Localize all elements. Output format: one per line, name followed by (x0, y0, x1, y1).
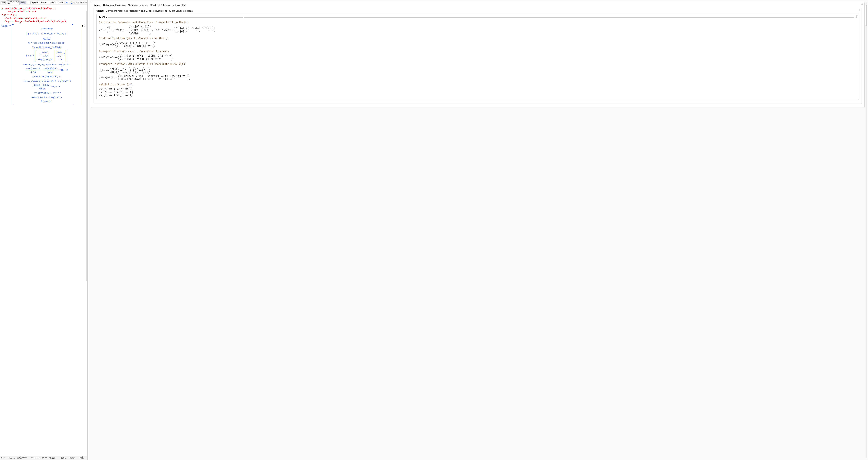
worksheet-scrollbar[interactable] (86, 10, 87, 281)
mode-nonexec-button[interactable]: Nonexecutable Math (6, 0, 20, 5)
inner-cell-2: ⊕ TextSize ⊞ Coordinates, Mappings, and … (96, 13, 859, 100)
section-transport: Transport_Equations_On_Surface Ẋ σ + Γ σ… (13, 63, 80, 66)
coords-eq: qᵅ = [ θ φ ], q̇ᵅ = [ θ,ₜ φ,ₜ ], q̈ᵅ = [… (27, 32, 67, 36)
equation-tag: (1) (81, 24, 86, 27)
collapse-toolbar-button[interactable]: ≪ (85, 2, 87, 4)
status-server: Server: 6 (42, 456, 48, 460)
cell-collapse-icon[interactable]: ⊕ (859, 9, 860, 11)
align-left-button[interactable]: ≡ (73, 1, 75, 4)
format-toolbar: Text Nonexecutable Math Math 2D Input PT… (0, 0, 88, 5)
hdr-substitution: Transport Equations With Substitution Co… (99, 62, 857, 66)
coords-line: qᵅ == θφ , Φⁱ(qᵅ) == Cos[θ] Sin[φ]Sin[θ]… (99, 25, 857, 35)
section-geodesic: Geodesic_Equations_On_Surface q̈ σ + Γ σ… (13, 80, 80, 83)
font-size-select[interactable]: 12 (58, 1, 64, 4)
bold-button[interactable]: B (66, 1, 68, 4)
tab-graphical[interactable]: Graphical Solutions (150, 4, 170, 6)
hdr-geodesic: Geodesic Equations (w.r.t. Connection As… (99, 36, 857, 40)
hdr-coords: Coordinates, Mappings, and Connection (Γ… (99, 20, 857, 24)
hdr-transport: Transport Equations (w.r.t. Connection A… (99, 50, 857, 53)
section-surface: Surface (13, 38, 80, 40)
transport-line: V̇ᶜ+ΓᶜᵦVᵇ=0 == V̇₁ + Cot[φ] φ̇ V₁ + Cot[… (99, 54, 857, 61)
tab-summary[interactable]: Summary Plots (172, 4, 187, 6)
section-rhs: RHS Matrix of Ẋ σ + Γ σ αβ q̇ Xᵝ = 0 (13, 96, 80, 99)
tab-exact[interactable]: Exact Solution (if exists) (169, 9, 193, 12)
maple-panel: Text Nonexecutable Math Math 2D Input PT… (0, 0, 88, 460)
transport-eq2: −cos(φ) sin(φ) (θ,ₜ) X1 + X2,ₜ = 0 (13, 75, 80, 78)
cell-collapse-icon[interactable]: ⊕ (861, 3, 863, 5)
outdent-button[interactable]: ⇤ (83, 1, 84, 4)
align-right-button[interactable]: ≡ (78, 1, 80, 4)
select-label-1: Select: (94, 4, 101, 6)
right-scrollbar[interactable] (866, 2, 867, 458)
inner-cell-1: ⊕ Select: Curves and Mappings Transport … (94, 8, 862, 104)
output-content: Coordinates qᵅ = [ θ φ ], q̇ᵅ = [ θ,ₜ φ,… (12, 24, 81, 105)
italic-button[interactable]: I (68, 1, 70, 4)
output-label: Output ≔ (1, 24, 11, 27)
rhs-peek: [ cos(φ) (φ ) (13, 99, 80, 103)
prompt-icon: > (1, 13, 3, 16)
status-path: /Users/ozbox (31, 457, 40, 459)
input-line-3[interactable]: φⁱ ≔ [cos(θ)·sin(φ), sin(θ)·sin(φ), cos(… (4, 17, 46, 20)
input-line-1[interactable]: restart : with( tensor ) : with( tensorA… (4, 7, 55, 10)
align-center-button[interactable]: ≡ (75, 1, 77, 4)
hdr-ic: Initial Conditions (IC): (99, 83, 857, 87)
tab-curves[interactable]: Curves and Mappings (106, 9, 128, 12)
cell-collapse-icon[interactable]: ⊕ (856, 15, 858, 17)
font-select[interactable]: PT Sans Caption (39, 1, 57, 4)
mode-math-button[interactable]: Math (20, 1, 26, 4)
status-memory: Memory: 76.18M (49, 456, 59, 460)
sub-line-1: q(t) == θ[t]φ[t] == tt/2 , θ̇φ̇ == 11/2 (99, 67, 857, 74)
prompt-icon: > (1, 7, 3, 10)
select-label-2: Select: (96, 9, 104, 12)
worksheet-area[interactable]: > restart : with( tensor ) : with( tenso… (0, 5, 88, 456)
status-profile: Maple Default Profile (17, 456, 30, 460)
mathematica-panel: ⊕ Select: Setup And Equations Numerical … (88, 0, 868, 460)
indent-button[interactable]: ⇥ (80, 1, 82, 4)
status-ready: Ready (1, 457, 5, 459)
section-christoffel: ChristoffelSymbols_LeviCivita (13, 46, 80, 49)
status-mode: Math Mode (80, 456, 87, 460)
underline-button[interactable]: U (71, 1, 72, 4)
textsize-label: TextSize (99, 16, 107, 19)
mode-text-button[interactable]: Text (1, 1, 5, 4)
status-editable: ✓ Editable (9, 456, 16, 460)
tab-setup[interactable]: Setup And Equations (103, 4, 126, 6)
surface-eq: Φⁱ = [ cos(θ) sin(φ) sin(θ) sin(φ) cos(φ… (13, 41, 80, 45)
sub-line-2: V̇ᶜ+ΓᶜᵦVᵇ=0 == ½ Cot[t/2] V₁[t] + Cot[t/… (99, 74, 857, 81)
geodesic-eq1: 2 cos(φ) (φ,ₜ) (θ,ₜ)sin(φ) + θ,ₜ,ₜ = 0 (13, 83, 80, 91)
input-line-1b[interactable]: with( tensorAddOnsComps ) : (8, 10, 37, 13)
transport-eq1: cos(φ) (φ,ₜ) X1sin(φ) + cos(φ) (θ,ₜ) X2s… (13, 67, 80, 74)
geodesic-eq2: −cos(φ) sin(φ) (θ,ₜ)² + φ,ₜ,ₜ = 0 (13, 91, 80, 95)
status-time: Time: 17.17s (61, 456, 69, 460)
tab-transport-geo[interactable]: Transport and Geodesic Equations (130, 9, 167, 12)
input-line-2[interactable]: qᵃ ≔ [θ, φ] : (4, 13, 17, 16)
christoffel-matrix: Γ σ αβ = 0 cos(φ)sin(φ) −cos(φ) sin(φ) 0… (13, 50, 80, 62)
ic-line: V₁[1] == 1 V₂[1] == 0V₁[1] == 0 V₂[1] ==… (99, 87, 857, 97)
tab-numerical[interactable]: Numerical Solutions (128, 4, 148, 6)
statusbar: Ready ✓ Editable Maple Default Profile /… (0, 456, 88, 460)
input-style-select[interactable]: 2D Input (28, 1, 39, 4)
outer-cell: ⊕ Select: Setup And Equations Numerical … (91, 2, 865, 108)
section-coordinates: Coordinates (13, 27, 80, 30)
mathematica-output: Coordinates, Mappings, and Connection (Γ… (99, 20, 857, 97)
geodesic-line: q̈ᶜ+Γᶜᵦq̇ᵇ=0= 2 Cot[φ] θ̇ φ̇ + θ̈ == 0φ̈… (99, 41, 857, 48)
input-line-4[interactable]: Output ≔ TransportAndGeodesicEquationsOn… (4, 20, 66, 23)
status-zoom: Zoom: 200% (70, 456, 78, 460)
